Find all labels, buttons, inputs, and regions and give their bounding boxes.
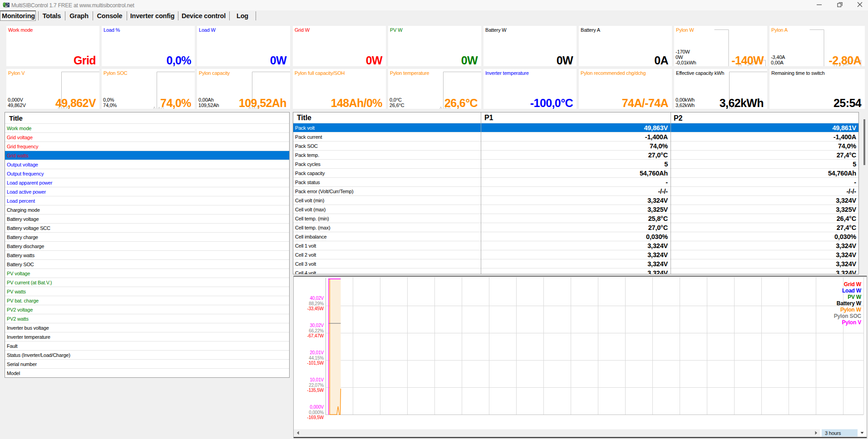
svg-text:-33,45W: -33,45W xyxy=(307,306,324,311)
svg-text:20,01V: 20,01V xyxy=(310,350,324,355)
svg-text:Load W: Load W xyxy=(842,288,862,294)
svg-text:-169,5W: -169,5W xyxy=(307,415,324,420)
svg-text:66,22%: 66,22% xyxy=(309,328,324,333)
svg-text:Pylon W: Pylon W xyxy=(840,307,862,313)
svg-text:0,000%: 0,000% xyxy=(309,410,324,415)
svg-text:Pylon SOC: Pylon SOC xyxy=(834,313,862,319)
svg-text:PV W: PV W xyxy=(848,294,862,300)
svg-text:44,15%: 44,15% xyxy=(309,356,324,361)
svg-text:3 hours: 3 hours xyxy=(825,430,841,436)
svg-text:88,29%: 88,29% xyxy=(309,301,324,306)
svg-text:-135,5W: -135,5W xyxy=(307,388,324,393)
svg-text:-67,47W: -67,47W xyxy=(307,333,324,338)
svg-text:Pylon V: Pylon V xyxy=(842,319,861,326)
svg-text:40,02V: 40,02V xyxy=(310,296,324,301)
svg-text:-101,5W: -101,5W xyxy=(307,361,324,366)
svg-text:30,02V: 30,02V xyxy=(310,323,324,328)
svg-text:0,000V: 0,000V xyxy=(310,405,324,410)
svg-text:Battery W: Battery W xyxy=(837,300,862,307)
svg-text:Grid W: Grid W xyxy=(844,281,862,288)
svg-text:10,01V: 10,01V xyxy=(310,377,324,382)
svg-text:22,07%: 22,07% xyxy=(309,383,324,388)
